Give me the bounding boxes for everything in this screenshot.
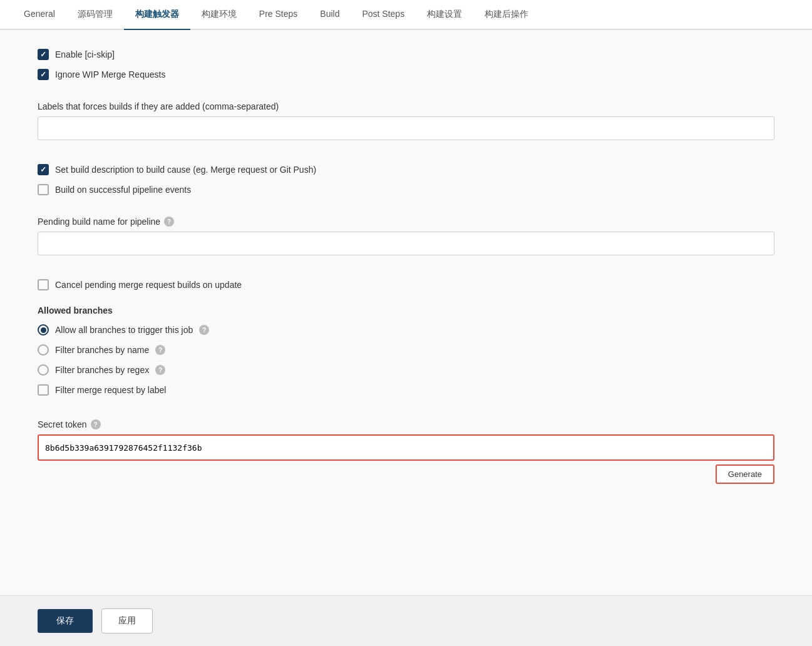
filter-label-label: Filter merge request by label bbox=[55, 385, 166, 395]
build-cause-label: Set build description to build cause (eg… bbox=[55, 165, 316, 175]
token-input-wrapper bbox=[38, 434, 774, 461]
ci-skip-label: Enable [ci-skip] bbox=[55, 49, 115, 59]
tab-postbuild[interactable]: 构建后操作 bbox=[473, 0, 540, 30]
tab-trigger[interactable]: 构建触发器 bbox=[124, 0, 190, 30]
generate-button[interactable]: Generate bbox=[716, 464, 774, 484]
radio-all-branches[interactable] bbox=[38, 324, 49, 336]
allowed-branches-title: Allowed branches bbox=[38, 305, 774, 315]
secret-token-label-text: Secret token bbox=[38, 419, 87, 429]
secret-token-input[interactable] bbox=[39, 436, 773, 459]
radio-by-name[interactable] bbox=[38, 344, 49, 356]
main-content: Enable [ci-skip] Ignore WIP Merge Reques… bbox=[0, 30, 812, 595]
build-cause-row: Set build description to build cause (eg… bbox=[38, 164, 774, 175]
save-button[interactable]: 保存 bbox=[38, 609, 93, 633]
by-name-help-icon[interactable]: ? bbox=[155, 345, 165, 355]
pending-build-section: Pending build name for pipeline ? bbox=[38, 217, 774, 255]
radio-all-branches-row: Allow all branches to trigger this job ? bbox=[38, 324, 774, 336]
secret-token-section: Secret token ? Generate bbox=[38, 419, 774, 484]
tab-source[interactable]: 源码管理 bbox=[66, 0, 124, 30]
radio-by-regex-row: Filter branches by regex ? bbox=[38, 364, 774, 376]
all-branches-help-icon[interactable]: ? bbox=[199, 325, 209, 335]
action-bar: 保存 应用 bbox=[0, 595, 812, 646]
successful-pipeline-checkbox[interactable] bbox=[38, 184, 49, 195]
wip-row: Ignore WIP Merge Requests bbox=[38, 69, 774, 80]
wip-checkbox[interactable] bbox=[38, 69, 49, 80]
radio-by-name-label: Filter branches by name bbox=[55, 345, 149, 355]
tab-poststeps[interactable]: Post Steps bbox=[351, 0, 416, 30]
wip-label: Ignore WIP Merge Requests bbox=[55, 69, 165, 79]
tab-settings[interactable]: 构建设置 bbox=[416, 0, 473, 30]
ci-skip-checkbox[interactable] bbox=[38, 49, 49, 60]
pending-build-input[interactable] bbox=[38, 232, 774, 255]
cancel-pending-label: Cancel pending merge request builds on u… bbox=[55, 280, 242, 290]
radio-by-regex-label: Filter branches by regex bbox=[55, 365, 149, 375]
labels-section: Labels that forces builds if they are ad… bbox=[38, 101, 774, 140]
tab-general[interactable]: General bbox=[13, 0, 66, 30]
generate-btn-wrapper: Generate bbox=[38, 464, 774, 484]
allowed-branches-section: Allowed branches Allow all branches to t… bbox=[38, 305, 774, 396]
radio-by-name-row: Filter branches by name ? bbox=[38, 344, 774, 356]
filter-label-row: Filter merge request by label bbox=[38, 384, 774, 396]
cancel-pending-checkbox[interactable] bbox=[38, 279, 49, 290]
labels-input[interactable] bbox=[38, 116, 774, 140]
labels-field-label: Labels that forces builds if they are ad… bbox=[38, 101, 774, 111]
tab-env[interactable]: 构建环境 bbox=[190, 0, 248, 30]
build-cause-checkbox[interactable] bbox=[38, 164, 49, 175]
pending-build-label: Pending build name for pipeline ? bbox=[38, 217, 774, 227]
ci-skip-row: Enable [ci-skip] bbox=[38, 49, 774, 60]
radio-by-regex[interactable] bbox=[38, 364, 49, 376]
cancel-pending-row: Cancel pending merge request builds on u… bbox=[38, 279, 774, 290]
tab-build[interactable]: Build bbox=[309, 0, 351, 30]
by-regex-help-icon[interactable]: ? bbox=[155, 365, 165, 375]
pending-build-help-icon[interactable]: ? bbox=[164, 217, 174, 227]
apply-button[interactable]: 应用 bbox=[101, 608, 153, 633]
secret-token-label-row: Secret token ? bbox=[38, 419, 774, 429]
radio-all-branches-label: Allow all branches to trigger this job bbox=[55, 325, 193, 335]
tab-bar: General 源码管理 构建触发器 构建环境 Pre Steps Build … bbox=[0, 0, 812, 30]
tab-presteps[interactable]: Pre Steps bbox=[248, 0, 309, 30]
successful-pipeline-label: Build on successful pipeline events bbox=[55, 185, 191, 195]
secret-token-help-icon[interactable]: ? bbox=[91, 419, 101, 429]
filter-label-checkbox[interactable] bbox=[38, 384, 49, 396]
successful-pipeline-row: Build on successful pipeline events bbox=[38, 184, 774, 195]
